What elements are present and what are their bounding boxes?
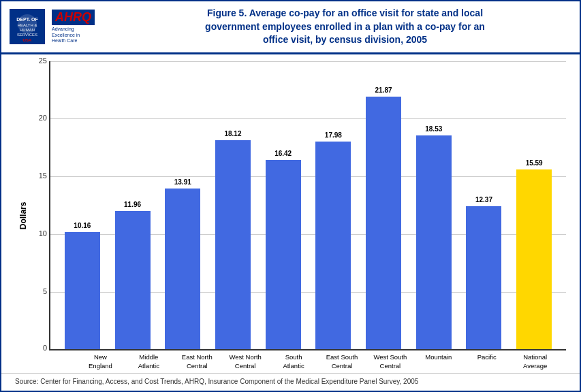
ahrq-name: AHRQ [55,10,91,24]
bar-group: 15.59 [509,61,559,350]
bar: 16.42 [266,160,301,349]
bar-blue: 12.37 [466,206,501,349]
bar: 13.91 [165,189,200,349]
bar-blue: 16.42 [266,160,301,349]
x-axis-label: NewEngland [76,353,125,370]
plot-area: 2520151050 10.1611.9613.9118.1216.4217.9… [49,61,566,351]
bar-blue: 10.16 [65,232,100,349]
bar-group: 13.91 [157,61,208,350]
y-tick-label: 25 [28,56,47,65]
y-tick-label: 15 [28,172,47,180]
hhs-logo-icon: DEPT. OF HEALTH & HUMAN SERVICES USA [10,9,45,44]
bar-value-label: 12.37 [475,196,492,203]
bar-value-label: 18.53 [425,125,442,133]
bar-group: 12.37 [459,61,509,350]
svg-text:DEPT. OF: DEPT. OF [16,17,38,22]
bar-group: 10.16 [57,61,108,350]
svg-text:HUMAN: HUMAN [20,28,35,32]
bar-blue: 18.12 [215,140,251,349]
x-axis-label: West NorthCentral [221,353,270,370]
x-axis-label: Pacific [462,353,511,370]
page-container: DEPT. OF HEALTH & HUMAN SERVICES USA AHR… [0,0,581,392]
bar: 18.53 [416,135,452,349]
bar-group: 21.87 [358,61,409,350]
bars-row: 10.1611.9613.9118.1216.4217.9821.8718.53… [50,61,566,350]
title-line2: government employees enrolled in a plan … [205,21,485,32]
bar-value-label: 13.91 [174,178,191,186]
bar: 18.12 [215,140,251,349]
chart-title: Figure 5. Average co-pay for an office v… [119,7,571,47]
x-labels: NewEnglandMiddleAtlanticEast NorthCentra… [69,350,566,370]
svg-text:HEALTH &: HEALTH & [18,23,37,27]
ahrq-subtitle: Advancing Excellence in Health Care [52,27,80,44]
bar-blue: 18.53 [416,135,452,349]
bar-group: 18.53 [409,61,459,350]
x-axis-label: Mountain [414,353,462,370]
y-tick-label: 0 [28,344,47,352]
bar-value-label: 21.87 [375,86,392,94]
x-axis-label: West SouthCentral [366,353,414,370]
bar-value-label: 18.12 [224,130,241,137]
title-line1: Figure 5. Average co-pay for an office v… [207,7,483,18]
y-tick-label: 10 [28,229,47,238]
bar-value-label: 10.16 [74,222,91,229]
x-axis-label: MiddleAtlantic [125,353,173,370]
bar: 12.37 [466,206,501,349]
x-axis-label: East NorthCentral [173,353,221,370]
bar-blue: 11.96 [115,211,151,349]
bar: 21.87 [366,97,401,349]
chart-area: Dollars 2520151050 10.1611.9613.9118.121… [1,54,580,370]
bar-national: 15.59 [516,169,552,349]
bar-group: 11.96 [108,61,158,350]
title-line3: office visit, by census division, 2005 [263,34,427,45]
bar-group: 16.42 [258,61,309,350]
bar-group: 18.12 [208,61,258,350]
bar-blue: 21.87 [366,97,401,349]
bar: 11.96 [115,211,151,349]
y-tick-label: 5 [28,287,47,295]
header: DEPT. OF HEALTH & HUMAN SERVICES USA AHR… [1,1,580,54]
svg-text:USA: USA [23,38,32,42]
bar-group: 17.98 [309,61,359,350]
bar-value-label: 15.59 [526,159,543,167]
logo-area: DEPT. OF HEALTH & HUMAN SERVICES USA AHR… [10,8,119,45]
bar: 10.16 [65,232,100,349]
x-axis-label: NationalAverage [511,353,559,370]
chart-inner: 2520151050 10.1611.9613.9118.1216.4217.9… [29,61,566,370]
bar-value-label: 17.98 [325,131,342,139]
bar-blue: 17.98 [315,142,351,349]
bar-value-label: 16.42 [274,150,292,157]
svg-text:SERVICES: SERVICES [17,33,37,37]
x-axis-label: East SouthCentral [318,353,366,370]
source-text: Source: Center for Financing, Access, an… [1,373,580,391]
bar: 15.59 [516,169,552,349]
bar: 17.98 [315,142,351,349]
chart-container: Dollars 2520151050 10.1611.9613.9118.121… [15,61,566,370]
y-axis-label: Dollars [15,61,29,370]
y-tick-label: 20 [28,114,47,122]
x-axis-label: SouthAtlantic [270,353,318,370]
bar-blue: 13.91 [165,189,200,349]
bar-value-label: 11.96 [124,201,141,208]
ahrq-logo: AHRQ Advancing Excellence in Health Care [49,8,97,45]
